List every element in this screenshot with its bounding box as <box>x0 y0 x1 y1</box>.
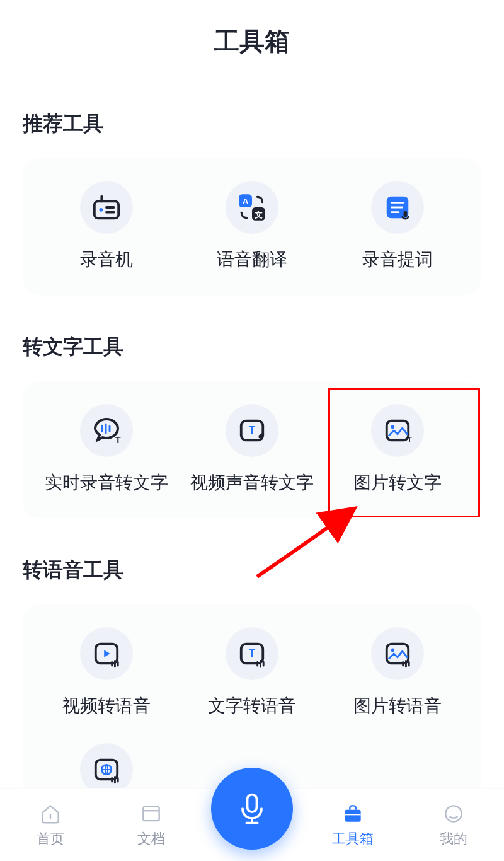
svg-point-1 <box>100 208 103 212</box>
speech-text-icon: T <box>80 404 133 457</box>
microphone-icon <box>233 790 271 828</box>
radio-icon <box>80 181 133 234</box>
nav-toolbox[interactable]: 工具箱 <box>302 802 403 848</box>
tool-label: 录音机 <box>80 248 133 272</box>
tool-label: 语音翻译 <box>217 248 287 272</box>
bottom-nav: 首页 文档 工具箱 我的 <box>0 788 504 861</box>
tool-card: 录音机 A 文 语音翻译 <box>23 158 481 294</box>
svg-text:T: T <box>407 436 412 444</box>
tool-realtime-to-text[interactable]: T 实时录音转文字 <box>34 404 180 495</box>
tool-video-audio-to-text[interactable]: T 视频声音转文字 <box>180 404 325 495</box>
nav-record-center[interactable] <box>202 800 302 850</box>
tool-image-to-text[interactable]: T 图片转文字 <box>324 404 470 495</box>
video-text-icon: T <box>226 404 278 457</box>
tool-label: 实时录音转文字 <box>45 471 168 495</box>
tool-video-to-voice[interactable]: 视频转语音 <box>34 627 180 718</box>
doc-mic-icon <box>371 181 424 234</box>
tool-label: 录音提词 <box>362 248 433 272</box>
section-title: 转文字工具 <box>23 333 481 361</box>
section-recommended: 推荐工具 录音机 A <box>23 110 481 294</box>
profile-icon <box>442 802 466 826</box>
section-title: 转语音工具 <box>23 557 481 584</box>
svg-rect-0 <box>94 201 118 218</box>
folder-icon <box>139 802 163 826</box>
image-text-icon: T <box>371 404 424 457</box>
translate-icon: A 文 <box>226 181 278 234</box>
svg-rect-44 <box>248 794 257 812</box>
svg-text:T: T <box>115 435 121 445</box>
tool-label: 图片转语音 <box>353 694 442 718</box>
tool-text-to-voice[interactable]: T 文字转语音 <box>180 627 325 718</box>
home-icon <box>38 802 62 826</box>
image-voice-icon <box>371 627 424 680</box>
text-voice-icon: T <box>226 627 278 680</box>
svg-rect-12 <box>403 211 407 217</box>
page-title: 工具箱 <box>0 24 504 59</box>
nav-label: 首页 <box>37 829 64 848</box>
tool-label: 视频转语音 <box>62 694 151 718</box>
section-to-text: 转文字工具 T 实时录音转文字 T <box>23 333 481 517</box>
section-title: 推荐工具 <box>23 110 481 138</box>
tool-voice-translate[interactable]: A 文 语音翻译 <box>180 181 325 272</box>
tool-recorder[interactable]: 录音机 <box>34 181 180 272</box>
tool-image-to-voice[interactable]: 图片转语音 <box>324 627 470 718</box>
svg-point-32 <box>391 648 394 652</box>
svg-text:T: T <box>249 647 256 659</box>
tool-card: T 实时录音转文字 T 视频声音转文字 <box>23 381 481 517</box>
content-area: 推荐工具 录音机 A <box>0 110 504 861</box>
svg-point-20 <box>391 425 394 429</box>
tool-record-prompt[interactable]: 录音提词 <box>324 181 470 272</box>
briefcase-icon <box>341 802 365 826</box>
nav-label: 我的 <box>440 829 467 848</box>
svg-text:文: 文 <box>254 210 263 219</box>
page-header: 工具箱 <box>0 0 504 71</box>
record-button[interactable] <box>211 768 293 850</box>
nav-me[interactable]: 我的 <box>403 802 504 848</box>
nav-docs[interactable]: 文档 <box>101 802 202 848</box>
nav-label: 工具箱 <box>332 829 374 848</box>
nav-label: 文档 <box>137 829 165 848</box>
svg-text:A: A <box>243 197 249 206</box>
video-voice-icon <box>80 627 133 680</box>
svg-rect-42 <box>143 806 159 820</box>
tool-label: 图片转文字 <box>353 471 442 495</box>
nav-home[interactable]: 首页 <box>0 802 101 848</box>
svg-text:T: T <box>249 424 256 436</box>
svg-rect-47 <box>345 809 360 821</box>
svg-point-49 <box>445 806 461 821</box>
tool-label: 视频声音转文字 <box>190 471 314 495</box>
tool-label: 文字转语音 <box>208 694 296 718</box>
